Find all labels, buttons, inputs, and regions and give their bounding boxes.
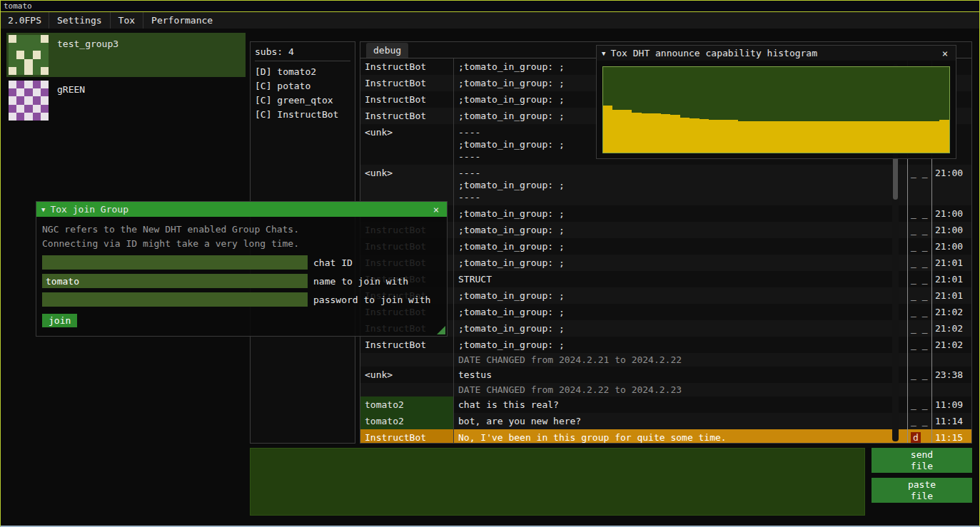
join-input-password-to-join-with[interactable] xyxy=(42,292,308,307)
collapse-icon[interactable]: ▼ xyxy=(41,206,45,213)
chat-message-row: InstructBotNo, I've been in this group f… xyxy=(360,429,971,443)
join-group-titlebar[interactable]: ▼ Tox join Group × xyxy=(36,202,447,217)
subs-member[interactable]: [D] tomato2 xyxy=(255,65,350,79)
sender-name: tomato2 xyxy=(360,396,453,413)
sender-name: <unk> xyxy=(360,165,453,205)
dht-histogram-plot xyxy=(602,66,950,153)
histogram-bar xyxy=(612,110,622,153)
histogram-bar xyxy=(824,121,834,153)
message-time xyxy=(931,353,971,367)
histogram-bar xyxy=(632,113,641,153)
message-time: 11:15 xyxy=(931,429,971,443)
histogram-bar xyxy=(642,113,651,153)
message-flags xyxy=(907,353,931,367)
message-text: DATE CHANGED from 2024.2.22 to 2024.2.23 xyxy=(453,383,907,396)
message-flags: _ _ xyxy=(907,238,931,255)
send-file-button[interactable]: send file xyxy=(872,448,972,473)
histogram-bar xyxy=(767,121,776,153)
histogram-bar xyxy=(853,121,862,153)
collapse-icon[interactable]: ▼ xyxy=(602,50,605,57)
histogram-bar xyxy=(689,118,699,153)
file-buttons: send file paste file xyxy=(872,448,972,516)
sender-name: InstructBot xyxy=(360,108,453,124)
message-flags: _ _ xyxy=(907,271,931,287)
message-time: 21:02 xyxy=(931,337,971,353)
join-input-chat-ID[interactable] xyxy=(42,255,308,270)
sender-name: tomato2 xyxy=(360,413,453,429)
sender-name: InstructBot xyxy=(360,58,453,75)
chat-message-row: InstructBot;tomato_in_group: ;_ _21:01 xyxy=(360,255,971,271)
menu-item-tox[interactable]: Tox xyxy=(110,12,143,29)
message-text: testus xyxy=(453,367,907,383)
subs-member-list: [D] tomato2[C] potato[C] green_qtox[C] I… xyxy=(255,65,350,122)
join-field-label: name to join with xyxy=(313,276,408,287)
histogram-bar xyxy=(709,120,718,153)
dht-histogram-window: ▼ Tox DHT announce capability histogram … xyxy=(596,45,956,159)
message-text: ;tomato_in_group: ; xyxy=(453,320,907,337)
histogram-bar xyxy=(728,120,737,153)
message-time: 21:02 xyxy=(931,304,971,320)
join-field-row: chat ID xyxy=(42,255,441,270)
histogram-bar xyxy=(911,121,920,153)
histogram-bar xyxy=(786,121,795,153)
delivered-badge: d xyxy=(911,432,921,443)
chat-message-row: <unk>----;tomato_in_group: ;----_ _21:00 xyxy=(360,165,971,205)
message-flags: _ _ xyxy=(907,413,931,429)
sender-name xyxy=(360,383,453,396)
message-flags: _ _ xyxy=(907,367,931,383)
message-flags: _ _ xyxy=(907,222,931,238)
histogram-bar xyxy=(670,115,680,153)
menu-items: SettingsToxPerformance xyxy=(49,12,221,29)
menu-item-performance[interactable]: Performance xyxy=(143,12,221,29)
chat-message-row: InstructBot;tomato_in_group: ;_ _21:00 xyxy=(360,222,971,238)
group-avatar xyxy=(9,35,49,75)
join-group-window: ▼ Tox join Group × NGC refers to the New… xyxy=(36,201,448,337)
message-time: 21:00 xyxy=(931,165,971,205)
histogram-bar xyxy=(872,121,882,153)
sender-name: InstructBot xyxy=(360,75,453,91)
histogram-bar xyxy=(622,110,632,153)
sender-name xyxy=(360,353,453,367)
histogram-bar xyxy=(814,121,824,153)
group-item-test_group3[interactable]: test_group3 xyxy=(6,33,246,77)
message-time: 21:00 xyxy=(931,205,971,222)
message-text: ;tomato_in_group: ; xyxy=(453,337,907,353)
join-button[interactable]: join xyxy=(42,314,77,327)
paste-file-button[interactable]: paste file xyxy=(872,478,972,503)
histogram-bar xyxy=(882,121,891,153)
histogram-bar xyxy=(834,121,843,153)
message-text: ;tomato_in_group: ; xyxy=(453,287,907,304)
chat-message-row: InstructBot;tomato_in_group: ;_ _21:02 xyxy=(360,320,971,337)
message-flags: _ _ xyxy=(907,287,931,304)
close-icon[interactable]: × xyxy=(430,204,442,215)
group-item-gREEN[interactable]: gREEN xyxy=(6,78,246,123)
close-icon[interactable]: × xyxy=(939,48,951,59)
dht-histogram-titlebar[interactable]: ▼ Tox DHT announce capability histogram … xyxy=(597,46,956,61)
message-flags xyxy=(907,383,931,396)
subs-member[interactable]: [C] InstructBot xyxy=(255,108,350,122)
message-text: No, I've been in this group for quite so… xyxy=(453,429,907,443)
chat-message-row: InstructBot;tomato_in_group: ;_ _21:00 xyxy=(360,238,971,255)
histogram-bar xyxy=(757,121,767,153)
subs-member[interactable]: [C] potato xyxy=(255,79,350,93)
message-flags: _ _ xyxy=(907,396,931,413)
subs-member[interactable]: [C] green_qtox xyxy=(255,93,350,108)
join-fields: chat IDname to join withpassword to join… xyxy=(42,255,441,307)
histogram-bar xyxy=(747,121,757,153)
histogram-bar xyxy=(930,121,939,153)
join-group-title: Tox join Group xyxy=(50,204,425,215)
message-input[interactable] xyxy=(250,448,865,516)
join-field-label: password to join with xyxy=(313,295,430,305)
chat-message-row: tomato2chat is this real?_ _11:09 xyxy=(360,396,971,413)
window-titlebar[interactable]: tomato xyxy=(1,1,979,12)
join-input-name-to-join-with[interactable] xyxy=(42,274,308,288)
menu-item-settings[interactable]: Settings xyxy=(49,12,110,29)
histogram-bar xyxy=(651,113,660,153)
group-avatar xyxy=(9,81,49,121)
message-text: ;tomato_in_group: ; xyxy=(453,205,907,222)
tab-debug[interactable]: debug xyxy=(366,43,408,58)
resize-grip[interactable] xyxy=(437,326,445,334)
histogram-bar xyxy=(719,120,728,153)
join-info-line: NGC refers to the New DHT enabled Group … xyxy=(42,222,441,237)
histogram-bar xyxy=(891,121,901,153)
